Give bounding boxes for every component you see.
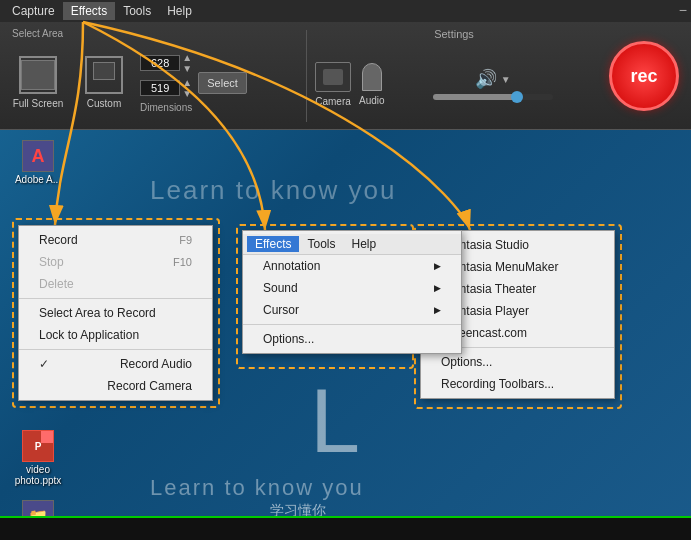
- fullscreen-button[interactable]: Full Screen: [8, 50, 68, 115]
- width-arrow: ▲▼: [182, 52, 192, 74]
- effects-item-sound[interactable]: Sound: [243, 277, 461, 299]
- adobe-icon-label: Adobe A...: [15, 174, 61, 185]
- audio-icon: [362, 63, 382, 91]
- lock-label: Lock to Application: [39, 328, 139, 342]
- select-area-label: Select Area: [8, 28, 302, 41]
- menu-capture[interactable]: Capture: [4, 2, 63, 20]
- stop-shortcut: F10: [173, 256, 192, 268]
- settings-label: Settings: [307, 26, 601, 42]
- settings-section: Settings Camera Audio 🔊 ▼: [307, 26, 601, 126]
- record-camera-label: Record Camera: [107, 379, 192, 393]
- menu-bar: Capture Effects Tools Help −: [0, 0, 691, 22]
- checkmark-audio: ✓: [39, 357, 53, 371]
- effects-item-annotation[interactable]: Annotation: [243, 255, 461, 277]
- camera-button[interactable]: Camera: [315, 62, 351, 107]
- delete-label: Delete: [39, 277, 74, 291]
- cursor-label: Cursor: [263, 303, 299, 317]
- width-input[interactable]: 628: [140, 55, 180, 71]
- camtasia-options-label: Options...: [441, 355, 492, 369]
- volume-slider[interactable]: [433, 94, 553, 100]
- record-shortcut: F9: [179, 234, 192, 246]
- audio-dropdown[interactable]: ▼: [501, 74, 511, 85]
- speaker-icon: 🔊: [475, 68, 497, 90]
- volume-thumb: [511, 91, 523, 103]
- custom-button[interactable]: Custom: [74, 50, 134, 115]
- menu-item-record-camera[interactable]: Record Camera: [19, 375, 212, 397]
- camera-label: Camera: [315, 96, 351, 107]
- effects-menu-tools[interactable]: Tools: [299, 236, 343, 252]
- menu-item-record[interactable]: Record F9: [19, 229, 212, 251]
- menu-effects[interactable]: Effects: [63, 2, 115, 20]
- camtasia-options[interactable]: Options...: [421, 351, 614, 373]
- custom-icon: [85, 56, 123, 94]
- menu-item-stop[interactable]: Stop F10: [19, 251, 212, 273]
- left-context-menu: Record F9 Stop F10 Delete Select Area to…: [18, 225, 213, 401]
- sound-label: Sound: [263, 281, 298, 295]
- checkmark-camera: [39, 379, 53, 393]
- toolbar-body: Select Area Full Screen Custom: [0, 22, 691, 130]
- toolbar: Capture Effects Tools Help − Select Area…: [0, 0, 691, 130]
- select-button[interactable]: Select: [198, 72, 247, 94]
- effects-menu: Effects Tools Help Annotation Sound Curs…: [242, 230, 462, 354]
- height-input-row: 519 ▲▼: [140, 77, 192, 99]
- record-label: Record: [39, 233, 78, 247]
- camera-icon: [315, 62, 351, 92]
- recording-toolbars-label: Recording Toolbars...: [441, 377, 554, 391]
- menu-item-delete[interactable]: Delete: [19, 273, 212, 295]
- effects-menu-help[interactable]: Help: [343, 236, 384, 252]
- desktop-icon-adobe[interactable]: A Adobe A...: [8, 140, 68, 185]
- width-input-row: 628 ▲▼: [140, 52, 192, 74]
- menu-tools[interactable]: Tools: [115, 2, 159, 20]
- menu-help[interactable]: Help: [159, 2, 200, 20]
- effects-menu-effects[interactable]: Effects: [247, 236, 299, 252]
- sep-1: [19, 298, 212, 299]
- minimize-button[interactable]: −: [679, 2, 687, 18]
- taskbar: [0, 518, 691, 540]
- effects-options-label: Options...: [263, 332, 314, 346]
- big-letter: L: [310, 370, 360, 473]
- custom-label: Custom: [87, 98, 121, 109]
- effects-item-cursor[interactable]: Cursor: [243, 299, 461, 321]
- menu-item-select-area[interactable]: Select Area to Record: [19, 302, 212, 324]
- recording-toolbars[interactable]: Recording Toolbars...: [421, 373, 614, 395]
- scroll-text-1: Learn to know you: [150, 175, 396, 206]
- menu-item-record-audio[interactable]: ✓ Record Audio: [19, 353, 212, 375]
- volume-slider-wrap: 🔊 ▼: [393, 68, 593, 100]
- settings-controls: Camera Audio 🔊 ▼: [307, 42, 601, 126]
- rec-button[interactable]: rec: [609, 41, 679, 111]
- effects-menu-bar: Effects Tools Help: [243, 234, 461, 255]
- desktop-icon-pptx[interactable]: P video photo.pptx: [8, 430, 68, 486]
- dimensions-section: 628 ▲▼ 519 ▲▼ Dimensions: [140, 52, 192, 113]
- pptx-icon: P: [22, 430, 54, 462]
- dimensions-label: Dimensions: [140, 102, 192, 113]
- fullscreen-icon: [19, 56, 57, 94]
- volume-fill: [433, 94, 517, 100]
- audio-label: Audio: [359, 95, 385, 106]
- sep-2: [19, 349, 212, 350]
- effects-item-options[interactable]: Options...: [243, 328, 461, 350]
- scroll-text-2: Learn to know you: [150, 475, 364, 501]
- height-arrow: ▲▼: [182, 77, 192, 99]
- height-input[interactable]: 519: [140, 80, 180, 96]
- menu-item-lock[interactable]: Lock to Application: [19, 324, 212, 346]
- select-area-label: Select Area to Record: [39, 306, 156, 320]
- record-audio-label: Record Audio: [120, 357, 192, 371]
- annotation-label: Annotation: [263, 259, 320, 273]
- effects-sep: [243, 324, 461, 325]
- adobe-icon: A: [22, 140, 54, 172]
- audio-button[interactable]: Audio: [359, 63, 385, 106]
- fullscreen-label: Full Screen: [13, 98, 64, 109]
- select-btn-wrap: Select: [198, 72, 247, 94]
- pptx-icon-label: video photo.pptx: [8, 464, 68, 486]
- stop-label: Stop: [39, 255, 64, 269]
